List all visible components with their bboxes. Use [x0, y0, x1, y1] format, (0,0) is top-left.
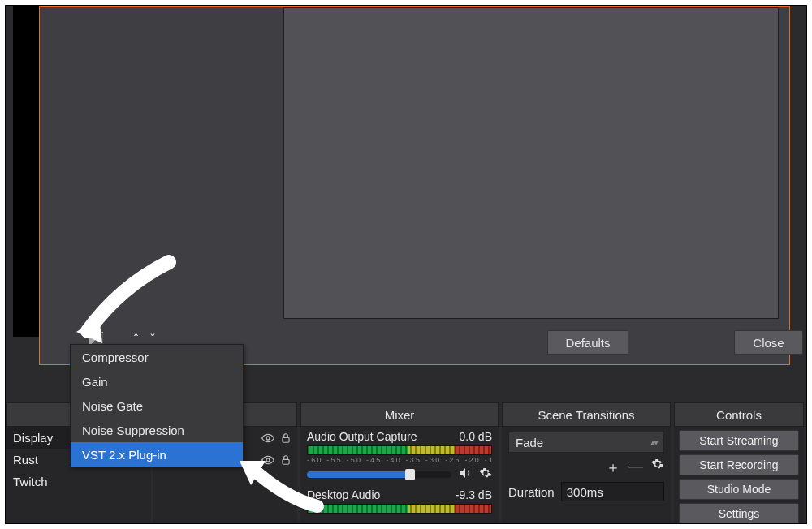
- eye-icon[interactable]: [261, 432, 274, 445]
- mixer-panel: Audio Output Capture 0.0 dB -60 -55 -50 …: [300, 427, 499, 523]
- svg-point-0: [266, 437, 270, 440]
- transition-buttons: ＋ —: [502, 458, 671, 480]
- mixer-ch-name: Audio Output Capture: [307, 430, 417, 443]
- app-frame: Defaults Close ˆ ˇ Compressor Gain Noise…: [5, 5, 807, 524]
- mixer-channel: Audio Output Capture 0.0 dB -60 -55 -50 …: [307, 430, 492, 484]
- menu-item-gain[interactable]: Gain: [71, 369, 243, 394]
- transition-settings-icon[interactable]: [651, 458, 664, 477]
- filters-dialog: Defaults Close ˆ ˇ: [39, 6, 790, 365]
- svg-rect-3: [283, 459, 289, 464]
- meter-ticks: -60 -55 -50 -45 -40 -35 -30 -25 -20 -15 …: [307, 456, 492, 464]
- transitions-panel: Fade ▴▾ ＋ — Duration 300ms: [502, 427, 671, 523]
- filters-preview: [283, 7, 779, 319]
- studio-mode-button[interactable]: Studio Mode: [679, 479, 799, 500]
- speaker-icon[interactable]: [458, 466, 473, 484]
- transition-selected-label: Fade: [516, 436, 543, 449]
- duration-label: Duration: [508, 485, 555, 499]
- add-filter-menu: Compressor Gain Noise Gate Noise Suppres…: [70, 344, 244, 467]
- duration-input[interactable]: 300ms: [561, 482, 664, 501]
- menu-item-compressor[interactable]: Compressor: [71, 345, 243, 369]
- mixer-channel: Desktop Audio -9.3 dB: [307, 488, 492, 514]
- add-transition-icon[interactable]: ＋: [606, 458, 620, 477]
- volume-slider[interactable]: [307, 471, 451, 478]
- defaults-button[interactable]: Defaults: [547, 330, 628, 355]
- mixer-ch-db: 0.0 dB: [460, 430, 492, 443]
- svg-point-2: [266, 458, 270, 462]
- dropdown-handle-icon: ▴▾: [650, 437, 657, 448]
- controls-header: Controls: [674, 402, 804, 427]
- controls-panel: Start Streaming Start Recording Studio M…: [674, 427, 804, 523]
- level-meter: [307, 445, 492, 455]
- menu-item-noise-suppression[interactable]: Noise Suppression: [71, 418, 243, 442]
- transition-select[interactable]: Fade ▴▾: [508, 432, 664, 453]
- gear-icon[interactable]: [479, 467, 492, 483]
- settings-button[interactable]: Settings: [679, 503, 799, 524]
- lock-icon[interactable]: [279, 454, 292, 467]
- mixer-ch-name: Desktop Audio: [307, 488, 380, 501]
- close-button[interactable]: Close: [734, 330, 803, 355]
- scene-item-twitch[interactable]: Twitch: [6, 471, 151, 492]
- menu-item-noise-gate[interactable]: Noise Gate: [71, 394, 243, 418]
- start-recording-button[interactable]: Start Recording: [679, 454, 799, 475]
- remove-transition-icon[interactable]: —: [628, 458, 643, 477]
- mixer-ch-db: -9.3 dB: [456, 488, 492, 501]
- start-streaming-button[interactable]: Start Streaming: [679, 430, 799, 451]
- menu-item-vst-plugin[interactable]: VST 2.x Plug-in: [71, 442, 243, 467]
- transitions-header: Scene Transitions: [502, 402, 671, 427]
- eye-icon[interactable]: [261, 454, 274, 467]
- level-meter: [307, 504, 492, 514]
- mixer-header: Mixer: [300, 402, 499, 427]
- lock-icon[interactable]: [279, 432, 292, 445]
- svg-rect-1: [283, 437, 289, 442]
